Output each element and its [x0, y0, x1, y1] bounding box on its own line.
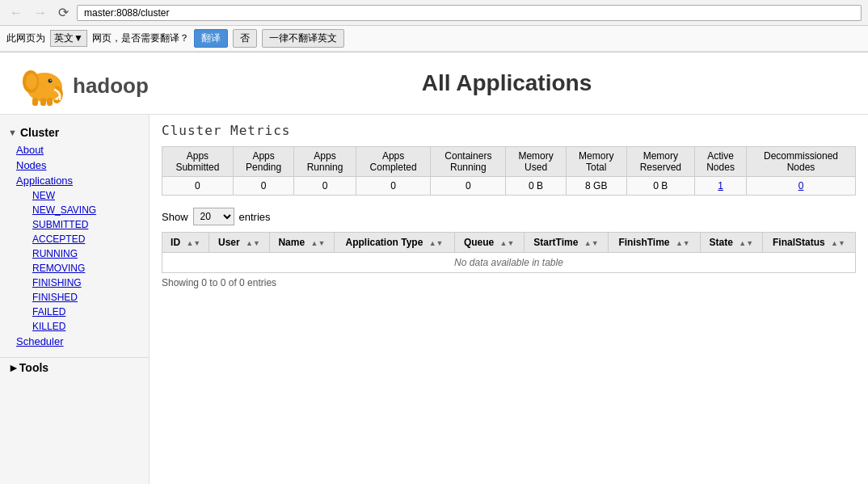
sidebar-item-nodes[interactable]: Nodes	[0, 158, 149, 173]
page-wrapper: hadoop All Applications ▼ Cluster About …	[0, 53, 868, 484]
sidebar-item-killed[interactable]: KILLED	[8, 319, 149, 334]
sidebar-item-about[interactable]: About	[0, 142, 149, 158]
col-apps-submitted: AppsSubmitted	[162, 147, 234, 177]
col-active-nodes: ActiveNodes	[695, 147, 747, 177]
col-apps-running: AppsRunning	[294, 147, 356, 177]
translate-button[interactable]: 翻译	[194, 29, 228, 48]
apps-table-header-row: ID ▲▼ User ▲▼ Name ▲▼ Application Type ▲…	[162, 233, 856, 253]
active-nodes-link[interactable]: 1	[718, 180, 723, 191]
val-containers-running: 0	[431, 177, 506, 196]
forward-button[interactable]: →	[31, 4, 50, 22]
state-sort-icon: ▲▼	[739, 239, 753, 247]
metrics-row: 0 0 0 0 0 0 B 8 GB 0 B 1 0	[162, 177, 856, 196]
sidebar-item-removing[interactable]: REMOVING	[8, 261, 149, 276]
translate-question: 网页，是否需要翻译？	[92, 32, 189, 45]
col-memory-reserved: MemoryReserved	[626, 147, 695, 177]
sidebar-item-running[interactable]: RUNNING	[8, 246, 149, 261]
main-content: Cluster Metrics AppsSubmitted AppsPendin…	[150, 115, 868, 484]
applications-submenu: NEW NEW_SAVING SUBMITTED ACCEPTED RUNNIN…	[0, 188, 149, 334]
sidebar-item-scheduler[interactable]: Scheduler	[0, 334, 149, 349]
cluster-metrics-title: Cluster Metrics	[162, 123, 856, 138]
col-queue[interactable]: Queue ▲▼	[454, 233, 524, 253]
url-bar[interactable]	[77, 5, 862, 21]
col-final-status[interactable]: FinalStatus ▲▼	[762, 233, 855, 253]
col-memory-used: MemoryUsed	[506, 147, 567, 177]
content-area: ▼ Cluster About Nodes Applications NEW N…	[0, 115, 868, 484]
col-name[interactable]: Name ▲▼	[269, 233, 335, 253]
val-active-nodes: 1	[695, 177, 747, 196]
sidebar: ▼ Cluster About Nodes Applications NEW N…	[0, 115, 150, 484]
show-label-post: entries	[239, 211, 271, 223]
page-title: All Applications	[162, 70, 852, 96]
val-apps-submitted: 0	[162, 177, 234, 196]
col-start-time[interactable]: StartTime ▲▼	[524, 233, 609, 253]
decommissioned-nodes-link[interactable]: 0	[798, 180, 804, 191]
translate-prefix: 此网页为	[6, 32, 45, 45]
svg-point-4	[50, 79, 52, 81]
user-sort-icon: ▲▼	[246, 239, 260, 247]
reload-button[interactable]: ⟳	[55, 3, 72, 22]
start-time-sort-icon: ▲▼	[584, 239, 599, 247]
show-label-pre: Show	[162, 211, 188, 223]
sidebar-item-accepted[interactable]: ACCEPTED	[8, 232, 149, 246]
translate-bar: 此网页为 英文▼ 网页，是否需要翻译？ 翻译 否 一律不翻译英文	[0, 26, 868, 52]
val-apps-pending: 0	[233, 177, 294, 196]
sidebar-item-submitted[interactable]: SUBMITTED	[8, 217, 149, 232]
entries-select[interactable]: 10 20 25 50 100	[193, 208, 234, 225]
tools-arrow-icon: ►	[8, 361, 19, 374]
never-translate-button[interactable]: 一律不翻译英文	[262, 29, 344, 48]
app-type-sort-icon: ▲▼	[429, 239, 444, 247]
val-apps-running: 0	[294, 177, 356, 196]
col-finish-time[interactable]: FinishTime ▲▼	[609, 233, 700, 253]
back-button[interactable]: ←	[6, 4, 26, 22]
col-decommissioned-nodes: DecommissionedNodes	[747, 147, 856, 177]
val-memory-total: 8 GB	[566, 177, 626, 196]
no-translate-button[interactable]: 否	[233, 29, 257, 48]
svg-rect-5	[32, 98, 38, 106]
final-status-sort-icon: ▲▼	[831, 239, 845, 247]
svg-rect-7	[47, 98, 53, 106]
name-sort-icon: ▲▼	[310, 239, 325, 247]
browser-chrome: ← → ⟳ 此网页为 英文▼ 网页，是否需要翻译？ 翻译 否 一律不翻译英文	[0, 0, 868, 53]
val-memory-reserved: 0 B	[626, 177, 695, 196]
col-application-type[interactable]: Application Type ▲▼	[335, 233, 455, 253]
col-apps-completed: AppsCompleted	[356, 147, 431, 177]
cluster-arrow-icon: ▼	[8, 128, 17, 137]
sidebar-item-finished[interactable]: FINISHED	[8, 290, 149, 305]
col-apps-pending: AppsPending	[233, 147, 294, 177]
showing-info: Showing 0 to 0 of 0 entries	[162, 273, 856, 292]
cluster-header[interactable]: ▼ Cluster	[0, 123, 149, 142]
svg-point-2	[26, 74, 37, 90]
applications-table: ID ▲▼ User ▲▼ Name ▲▼ Application Type ▲…	[162, 232, 856, 273]
svg-rect-6	[40, 98, 46, 106]
id-sort-icon: ▲▼	[186, 239, 200, 247]
hadoop-logo-svg: hadoop	[16, 59, 162, 107]
val-apps-completed: 0	[356, 177, 431, 196]
logo: hadoop	[16, 59, 162, 107]
col-memory-total: MemoryTotal	[566, 147, 626, 177]
sidebar-item-new[interactable]: NEW	[8, 188, 149, 203]
tools-label: Tools	[19, 361, 48, 374]
no-data-row: No data available in table	[162, 253, 856, 273]
finish-time-sort-icon: ▲▼	[676, 239, 690, 247]
svg-text:hadoop: hadoop	[73, 74, 149, 98]
cluster-metrics-table: AppsSubmitted AppsPending AppsRunning Ap…	[162, 146, 856, 196]
tools-header[interactable]: ► Tools	[0, 357, 149, 377]
no-data-message: No data available in table	[162, 253, 856, 273]
sidebar-item-finishing[interactable]: FINISHING	[8, 276, 149, 290]
queue-sort-icon: ▲▼	[500, 239, 515, 247]
sidebar-item-new-saving[interactable]: NEW_SAVING	[8, 203, 149, 217]
col-containers-running: ContainersRunning	[431, 147, 506, 177]
sidebar-item-applications[interactable]: Applications	[0, 173, 149, 188]
browser-toolbar: ← → ⟳	[0, 0, 868, 26]
val-decommissioned-nodes: 0	[747, 177, 856, 196]
sidebar-item-failed[interactable]: FAILED	[8, 305, 149, 319]
val-memory-used: 0 B	[506, 177, 567, 196]
cluster-label: Cluster	[20, 126, 59, 139]
page-header: hadoop All Applications	[0, 53, 868, 115]
svg-point-3	[48, 79, 53, 83]
col-state[interactable]: State ▲▼	[700, 233, 762, 253]
col-user[interactable]: User ▲▼	[209, 233, 269, 253]
col-id[interactable]: ID ▲▼	[162, 233, 209, 253]
translate-lang[interactable]: 英文▼	[50, 30, 87, 47]
